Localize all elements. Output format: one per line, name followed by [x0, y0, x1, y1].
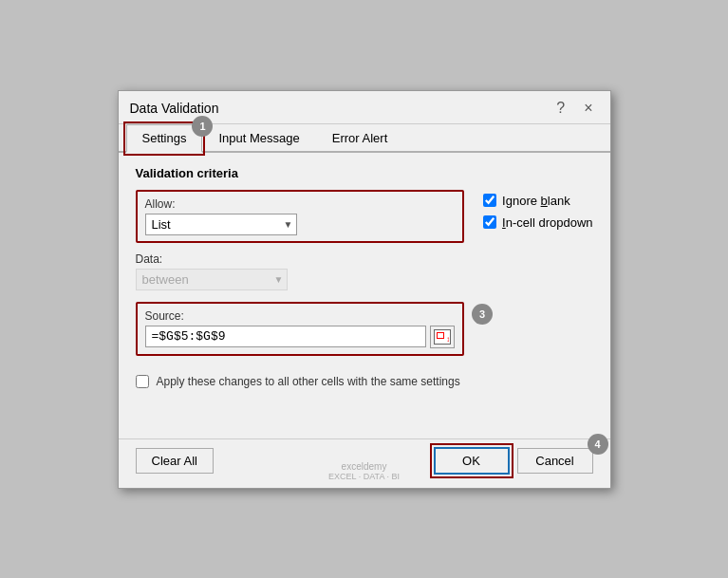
data-field-group: Data: between ▼ [136, 252, 465, 290]
range-selector-button[interactable] [430, 326, 455, 348]
data-validation-dialog: Data Validation ? × Settings 1 Input Mes… [118, 90, 611, 489]
data-select-wrapper: between ▼ [136, 269, 288, 290]
badge-3: 3 [472, 304, 493, 325]
apply-changes-label: Apply these changes to all other cells w… [157, 375, 460, 388]
apply-changes-checkbox[interactable] [136, 375, 149, 388]
source-field-group: Source: 3 [136, 302, 465, 356]
ignore-blank-checkbox[interactable] [483, 194, 496, 207]
close-button[interactable]: × [578, 99, 598, 118]
section-title: Validation criteria [136, 166, 593, 180]
apply-changes-row: Apply these changes to all other cells w… [136, 375, 593, 388]
ok-button[interactable]: OK [434, 447, 510, 475]
in-cell-dropdown-row: In-cell dropdown [483, 215, 592, 230]
badge-1: 1 [192, 116, 213, 137]
ignore-blank-row: Ignore blank [483, 194, 592, 208]
allow-select-wrapper: List ▼ [145, 214, 297, 235]
clear-all-button[interactable]: Clear All [136, 448, 214, 474]
in-cell-dropdown-label: In-cell dropdown [502, 215, 592, 230]
title-bar: Data Validation ? × [119, 91, 610, 124]
watermark: exceldemy EXCEL · DATA · BI [328, 461, 400, 481]
in-cell-dropdown-checkbox[interactable] [483, 215, 496, 229]
dialog-title: Data Validation [130, 101, 219, 116]
range-icon [434, 329, 451, 345]
tab-settings[interactable]: Settings 1 [126, 124, 203, 153]
source-input[interactable] [145, 326, 427, 347]
ignore-blank-label: Ignore blank [502, 194, 570, 208]
source-input-row [145, 326, 456, 348]
data-label: Data: [136, 252, 465, 266]
help-button[interactable]: ? [551, 99, 570, 118]
allow-label: Allow: [145, 197, 456, 211]
tab-bar: Settings 1 Input Message Error Alert [119, 124, 610, 153]
allow-select[interactable]: List [145, 214, 297, 235]
source-label: Source: [145, 309, 456, 323]
cancel-button[interactable]: Cancel [517, 448, 593, 474]
data-select[interactable]: between [136, 269, 288, 290]
right-column: Ignore blank In-cell dropdown [483, 190, 592, 233]
allow-field-group: Allow: List ▼ [136, 190, 465, 243]
tab-error-alert[interactable]: Error Alert [316, 124, 404, 153]
dialog-content: Validation criteria Allow: List ▼ [119, 153, 610, 438]
tab-input-message[interactable]: Input Message [202, 124, 315, 153]
badge-4: 4 [588, 434, 608, 455]
